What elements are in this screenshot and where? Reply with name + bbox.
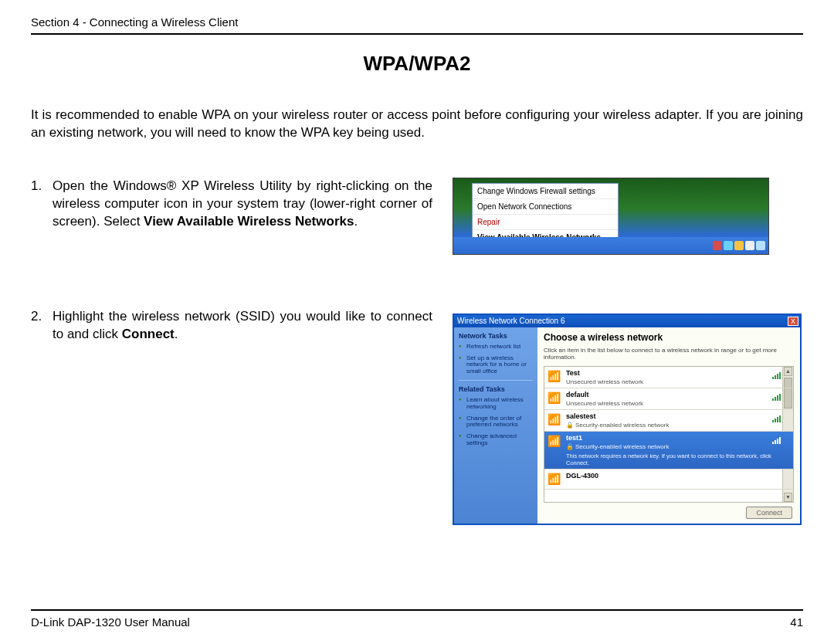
page-header: Section 4 - Connecting a Wireless Client xyxy=(31,15,803,35)
signal-icon xyxy=(772,436,781,444)
lock-icon: 🔒 xyxy=(566,443,574,450)
antenna-icon: 📶 xyxy=(548,473,561,485)
tray-icon[interactable] xyxy=(724,241,733,250)
antenna-icon: 📶 xyxy=(548,391,561,404)
taskbar xyxy=(453,237,768,254)
sidebar-section: Network Tasks xyxy=(459,332,533,340)
signal-icon xyxy=(772,393,781,401)
divider xyxy=(459,380,533,381)
tray-icon[interactable] xyxy=(745,241,754,250)
step-text: Highlight the wireless network (SSID) yo… xyxy=(53,308,432,344)
content-columns: 1. Open the Windows® XP Wireless Utility… xyxy=(31,178,803,525)
section-label: Section 4 - Connecting a Wireless Client xyxy=(31,15,238,29)
close-icon[interactable]: X xyxy=(788,317,798,326)
antenna-icon: 📶 xyxy=(548,370,561,382)
page-footer: D-Link DAP-1320 User Manual 41 xyxy=(31,609,803,629)
sidebar-link[interactable]: Refresh network list xyxy=(466,344,533,351)
step-number: 2. xyxy=(31,308,53,344)
figure-wireless-dialog: Wireless Network Connection 6 X Network … xyxy=(453,314,802,525)
antenna-icon: 📶 xyxy=(548,413,561,425)
dialog-sidebar: Network Tasks Refresh network list Set u… xyxy=(454,327,537,524)
sidebar-link[interactable]: Learn about wireless networking xyxy=(466,397,533,411)
connect-button[interactable]: Connect xyxy=(746,507,792,519)
dialog-titlebar[interactable]: Wireless Network Connection 6 X xyxy=(454,315,800,327)
tray-context-menu: Change Windows Firewall settings Open Ne… xyxy=(472,183,619,246)
step-number: 1. xyxy=(31,178,53,231)
intro-paragraph: It is recommended to enable WPA on your … xyxy=(31,107,803,142)
sidebar-link[interactable]: Change the order of preferred networks xyxy=(466,415,533,429)
footer-page-number: 41 xyxy=(790,615,803,629)
tray-icon[interactable] xyxy=(756,241,765,250)
sidebar-link[interactable]: Set up a wireless network for a home or … xyxy=(466,355,533,375)
main-subtext: Click an item in the list below to conne… xyxy=(544,347,794,361)
page-title: WPA/WPA2 xyxy=(31,52,803,76)
button-row: Connect xyxy=(544,503,794,519)
step-1: 1. Open the Windows® XP Wireless Utility… xyxy=(31,178,432,231)
menu-item[interactable]: Change Windows Firewall settings xyxy=(473,184,618,199)
antenna-icon: 📶 xyxy=(548,435,561,447)
network-item-selected[interactable]: 📶 test1 🔒Security-enabled wireless netwo… xyxy=(544,432,793,469)
dialog-main: Choose a wireless network Click an item … xyxy=(537,327,800,524)
sidebar-section: Related Tasks xyxy=(459,385,533,393)
signal-icon xyxy=(772,371,781,379)
signal-icon xyxy=(772,415,781,422)
step-2: 2. Highlight the wireless network (SSID)… xyxy=(31,308,432,344)
menu-item[interactable]: Open Network Connections xyxy=(473,199,618,215)
tray-icon[interactable] xyxy=(713,241,722,250)
network-list: ▲ ▼ 📶 Test Unsecured wireless network 📶 xyxy=(544,366,794,503)
menu-item[interactable]: Repair xyxy=(473,215,618,230)
sidebar-link[interactable]: Change advanced settings xyxy=(466,433,533,447)
lock-icon: 🔒 xyxy=(566,422,574,429)
steps-column: 1. Open the Windows® XP Wireless Utility… xyxy=(31,178,432,525)
step-text: Open the Windows® XP Wireless Utility by… xyxy=(53,178,432,231)
footer-left: D-Link DAP-1320 User Manual xyxy=(31,615,190,629)
main-heading: Choose a wireless network xyxy=(544,332,794,343)
network-item[interactable]: 📶 default Unsecured wireless network xyxy=(544,388,793,410)
scroll-down-icon[interactable]: ▼ xyxy=(784,493,792,502)
dialog-body: Network Tasks Refresh network list Set u… xyxy=(454,327,800,524)
network-item[interactable]: 📶 Test Unsecured wireless network xyxy=(544,367,793,388)
dialog-title: Wireless Network Connection 6 xyxy=(457,317,565,325)
figures-column: Change Windows Firewall settings Open Ne… xyxy=(453,178,803,525)
network-item[interactable]: 📶 salestest 🔒Security-enabled wireless n… xyxy=(544,410,793,432)
tray-icon[interactable] xyxy=(734,241,744,250)
network-item[interactable]: 📶 DGL-4300 xyxy=(544,469,793,490)
figure-context-menu: Change Windows Firewall settings Open Ne… xyxy=(453,178,769,255)
